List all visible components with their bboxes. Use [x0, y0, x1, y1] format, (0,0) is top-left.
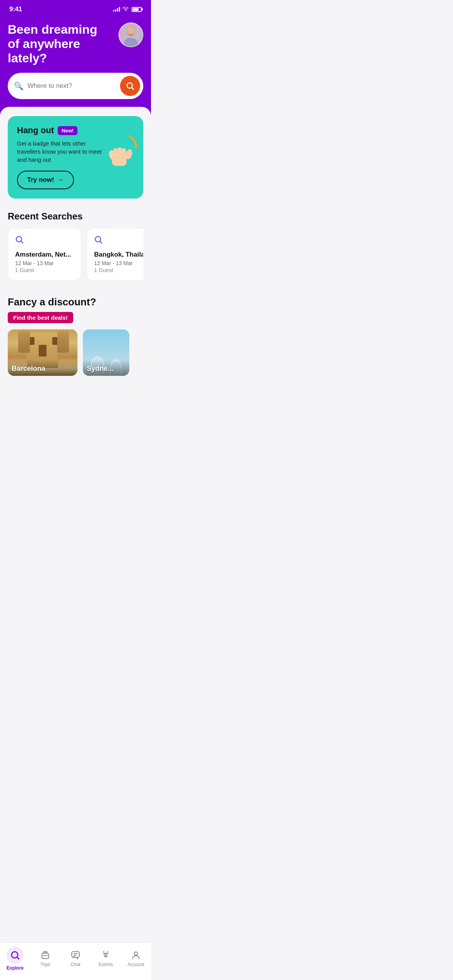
battery-icon: [132, 7, 142, 12]
hero-section: Been dreaming of anywhere lately? 🔍: [0, 16, 151, 115]
status-bar: 9:41: [0, 0, 151, 16]
hangout-card: Hang out New! Get a badge that lets othe…: [8, 116, 143, 199]
search-card-amsterdam[interactable]: Amsterdam, Net... 12 Mar - 13 Mar 1 Gues…: [8, 228, 81, 281]
discount-card-name-barcelona: Barcelona: [12, 365, 74, 373]
discount-card-barcelona[interactable]: Barcelona: [8, 329, 77, 376]
status-time: 9:41: [9, 5, 22, 13]
search-card-dates-2: 12 Mar - 13 Mar: [94, 260, 143, 266]
search-card-guests-2: 1 Guest: [94, 267, 143, 273]
new-badge: New!: [58, 126, 77, 135]
search-bar[interactable]: 🔍: [8, 73, 143, 99]
search-card-city-1: Amsterdam, Net...: [15, 251, 74, 259]
search-card-icon: [15, 235, 74, 246]
recent-searches-section: Recent Searches Amsterdam, Net... 12 Mar…: [8, 211, 143, 282]
recent-searches-title: Recent Searches: [8, 211, 143, 222]
discount-title: Fancy a discount?: [8, 296, 143, 308]
svg-rect-12: [113, 155, 127, 163]
svg-line-17: [21, 242, 23, 243]
search-card-dates-1: 12 Mar - 13 Mar: [15, 260, 74, 266]
try-now-button[interactable]: Try now! →: [17, 171, 74, 189]
wifi-icon: [122, 6, 129, 13]
search-icon-left: 🔍: [14, 81, 24, 91]
search-card-bangkok[interactable]: Bangkok, Thaila... 12 Mar - 13 Mar 1 Gue…: [87, 228, 143, 281]
search-card-city-2: Bangkok, Thaila...: [94, 251, 143, 259]
hangout-title: Hang out: [17, 125, 54, 135]
hero-title: Been dreaming of anywhere lately?: [8, 22, 101, 65]
discount-badge: Find the best deals!: [8, 312, 73, 323]
hangout-description: Get a badge that lets other travellers k…: [17, 139, 102, 164]
status-icons: [113, 6, 142, 13]
discount-card-name-sydney: Sydne...: [87, 365, 125, 373]
search-card-guests-1: 1 Guest: [15, 267, 74, 273]
search-card-icon-2: [94, 235, 143, 246]
svg-line-19: [100, 242, 102, 243]
search-submit-icon: [126, 82, 134, 90]
search-cards-row: Amsterdam, Net... 12 Mar - 13 Mar 1 Gues…: [8, 228, 143, 282]
svg-point-3: [127, 26, 135, 34]
signal-bars-icon: [113, 7, 120, 12]
discount-cards-row: Barcelona Sydne...: [8, 329, 143, 376]
discount-card-sydney[interactable]: Sydne...: [83, 329, 129, 376]
discount-section: Fancy a discount? Find the best deals! B…: [8, 296, 143, 376]
search-button[interactable]: [120, 76, 140, 96]
search-input[interactable]: [27, 82, 116, 90]
hangout-emoji: [106, 134, 137, 173]
svg-line-5: [132, 88, 134, 90]
main-content: Hang out New! Get a badge that lets othe…: [0, 107, 151, 426]
shaka-icon: [106, 134, 137, 169]
avatar[interactable]: [118, 22, 143, 47]
